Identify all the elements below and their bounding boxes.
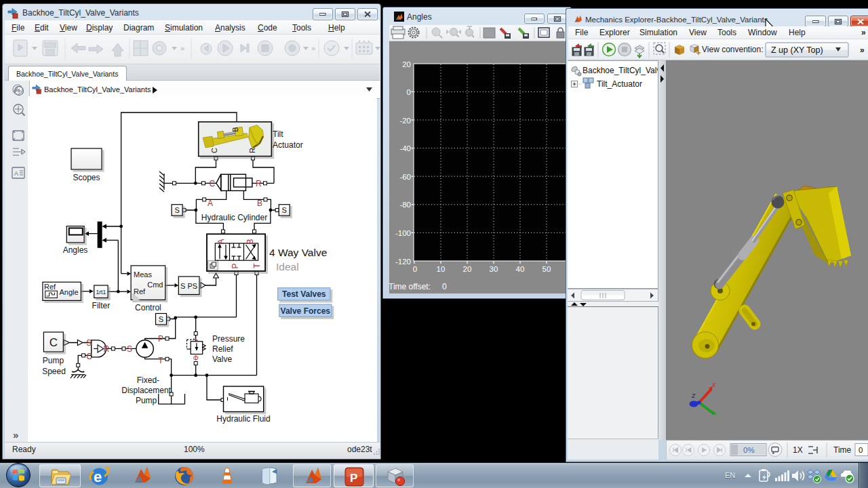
- svg-text:B: B: [245, 239, 255, 244]
- svg-text:R: R: [248, 148, 256, 153]
- svg-text:-120: -120: [395, 258, 411, 266]
- svg-text:»: »: [311, 44, 315, 52]
- svg-text:Ideal: Ideal: [276, 261, 299, 272]
- svg-text:A: A: [208, 199, 213, 208]
- svg-text:Angle: Angle: [60, 288, 79, 296]
- svg-text:Relief: Relief: [212, 344, 233, 354]
- svg-text:Valve: Valve: [212, 354, 232, 364]
- svg-text:»: »: [180, 44, 184, 52]
- svg-text:Backhoe_TiltCyl_Valv: Backhoe_TiltCyl_Valv: [583, 66, 658, 75]
- svg-text:C: C: [210, 148, 218, 153]
- svg-text:Tilt: Tilt: [273, 129, 283, 139]
- svg-text:Ref: Ref: [44, 283, 56, 291]
- svg-text:Pump: Pump: [43, 356, 64, 365]
- svg-text:z: z: [691, 391, 696, 399]
- svg-text:0: 0: [859, 446, 863, 454]
- svg-text:Cmd: Cmd: [147, 281, 163, 289]
- svg-text:Angles: Angles: [63, 245, 88, 255]
- svg-text:Ref: Ref: [134, 287, 146, 296]
- svg-text:Speed: Speed: [42, 367, 66, 376]
- svg-text:-40: -40: [399, 144, 411, 152]
- svg-text:Pressure: Pressure: [212, 334, 245, 344]
- svg-text:Filter: Filter: [92, 301, 111, 310]
- svg-text:P: P: [231, 263, 240, 268]
- svg-text:S: S: [86, 338, 92, 348]
- svg-text:-20: -20: [399, 117, 411, 125]
- svg-text:A: A: [216, 239, 226, 244]
- svg-text:»: »: [13, 429, 18, 441]
- svg-text:1rt1: 1rt1: [96, 289, 106, 296]
- svg-text:S: S: [159, 315, 163, 323]
- svg-text:Valve Forces: Valve Forces: [281, 306, 331, 316]
- svg-text:Hydraulic Fluid: Hydraulic Fluid: [216, 414, 270, 424]
- svg-text:Displacement: Displacement: [121, 386, 171, 395]
- svg-text:S: S: [282, 206, 287, 214]
- svg-text:Actuator: Actuator: [273, 140, 303, 150]
- svg-text:-60: -60: [399, 173, 411, 181]
- svg-text:S PS: S PS: [180, 282, 197, 290]
- svg-text:S: S: [127, 344, 132, 354]
- svg-text:S: S: [174, 206, 179, 214]
- svg-text:50: 50: [542, 265, 551, 273]
- svg-text:T: T: [252, 263, 262, 268]
- svg-text:P: P: [350, 472, 357, 485]
- svg-text:Hydraulic Cylinder: Hydraulic Cylinder: [201, 213, 267, 222]
- svg-text:Fixed-: Fixed-: [137, 375, 159, 385]
- svg-text:Z up (XY Top): Z up (XY Top): [771, 45, 823, 55]
- svg-text:C: C: [210, 179, 216, 188]
- svg-text:C: C: [86, 352, 92, 361]
- svg-text:Φ: Φ: [193, 354, 199, 362]
- svg-text:Time: Time: [833, 445, 852, 455]
- svg-text:R: R: [256, 179, 262, 188]
- svg-text:A: A: [14, 170, 18, 177]
- svg-text:0: 0: [413, 265, 417, 273]
- svg-text:B: B: [257, 199, 262, 208]
- svg-text:B: B: [231, 127, 239, 131]
- svg-text:View convention:: View convention:: [702, 45, 764, 54]
- svg-text:4 Way Valve: 4 Way Valve: [269, 247, 327, 258]
- svg-text:»: »: [860, 45, 865, 55]
- svg-text:Control: Control: [135, 303, 161, 312]
- svg-text:0%: 0%: [743, 446, 755, 454]
- svg-text:Tilt_Actuator: Tilt_Actuator: [597, 79, 642, 89]
- svg-text:-80: -80: [399, 201, 411, 209]
- svg-text:30: 30: [490, 265, 498, 273]
- svg-text:Test Valves: Test Valves: [282, 289, 326, 299]
- svg-text:x: x: [711, 380, 716, 388]
- svg-text:10: 10: [437, 265, 446, 273]
- svg-text:Meas: Meas: [134, 270, 152, 279]
- svg-text:P: P: [158, 334, 163, 344]
- svg-text:20: 20: [402, 60, 411, 68]
- svg-text:R: R: [103, 344, 109, 354]
- svg-text:20: 20: [463, 265, 472, 273]
- svg-text:0: 0: [442, 282, 447, 291]
- svg-text:Time offset:: Time offset:: [389, 282, 431, 291]
- svg-text:1X: 1X: [793, 445, 803, 455]
- svg-text:Pump: Pump: [136, 396, 157, 405]
- svg-text:e: e: [94, 468, 102, 485]
- svg-text:C: C: [50, 336, 58, 349]
- svg-text:40: 40: [516, 265, 525, 273]
- svg-text:T: T: [158, 356, 163, 365]
- svg-text:Scopes: Scopes: [73, 173, 100, 182]
- svg-text:0: 0: [407, 88, 411, 96]
- svg-text:-100: -100: [395, 229, 411, 237]
- svg-text:y: y: [715, 411, 720, 418]
